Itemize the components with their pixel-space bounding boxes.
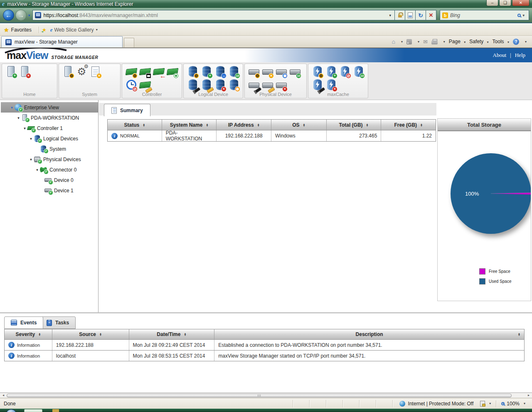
restore-configuration-button[interactable] — [152, 66, 165, 78]
help-link[interactable]: Help — [515, 52, 525, 59]
web-slice-dropdown-icon[interactable]: ▾ — [96, 28, 98, 32]
safety-menu[interactable]: Safety ▾ — [469, 39, 488, 44]
about-link[interactable]: About — [493, 52, 507, 59]
create-logical-device-button[interactable] — [200, 66, 213, 78]
tree-item-system[interactable]: ▾ PDA-WORKSTATION — [1, 113, 98, 123]
physical-device-settings-button[interactable] — [247, 66, 261, 78]
expand-logical-device-button[interactable] — [213, 66, 227, 78]
taskbar-button[interactable] — [24, 409, 42, 412]
protected-mode-dropdown-icon[interactable]: ▾ — [489, 402, 491, 405]
home-dropdown-icon[interactable]: ▾ — [401, 40, 403, 44]
feeds-dropdown-icon[interactable]: ▾ — [418, 40, 419, 44]
delete-maxcache-button[interactable] — [324, 79, 338, 91]
add-favorite-icon[interactable]: ★ — [42, 27, 47, 33]
scroll-left-arrow[interactable]: ◂ — [0, 393, 7, 398]
close-button[interactable]: ✕ — [512, 0, 530, 6]
feeds-icon[interactable] — [406, 39, 412, 44]
force-physical-device-offline-button[interactable] — [274, 79, 288, 91]
save-configuration-button[interactable] — [138, 66, 152, 78]
home-icon[interactable]: ⌂ — [392, 38, 395, 45]
taskbar-icon[interactable] — [52, 409, 59, 412]
tools-menu[interactable]: Tools ▾ — [493, 39, 509, 44]
secure-erase-logical-device-button[interactable] — [227, 66, 241, 78]
expander-icon[interactable]: ▾ — [9, 105, 15, 110]
horizontal-scrollbar[interactable]: ◂ ▸ — [0, 392, 532, 398]
column-header-free-gb[interactable]: Free (GB) — [381, 120, 436, 130]
browser-tab[interactable]: maxView - Storage Manager — [1, 36, 123, 47]
address-dropdown-icon[interactable]: ▾ — [388, 13, 392, 17]
locate-logical-device-button[interactable] — [186, 79, 200, 91]
system-settings-button[interactable] — [61, 66, 75, 78]
tree-item-device-1[interactable]: Device 1 — [1, 185, 98, 196]
zoom-level[interactable]: 100% — [507, 401, 520, 407]
delete-logical-device-button[interactable] — [213, 79, 227, 91]
column-header-total-gb[interactable]: Total (GB) — [327, 120, 382, 130]
initialize-physical-device-button[interactable] — [261, 66, 274, 78]
recent-pages-dropdown[interactable]: ▾ — [28, 13, 30, 17]
tab-events[interactable]: Events — [4, 316, 43, 329]
logical-device-settings-button[interactable] — [186, 66, 200, 78]
secure-erase-maxcache-button[interactable] — [352, 66, 365, 78]
column-header-severity[interactable]: Severity — [5, 329, 52, 339]
create-maxcache-device-button[interactable] — [324, 66, 338, 78]
column-header-status[interactable]: Status — [108, 120, 162, 130]
maxcache-settings-button[interactable] — [310, 66, 324, 78]
forward-button[interactable]: → — [15, 10, 27, 21]
web-slice-gallery-button[interactable]: Web Slice Gallery — [54, 27, 94, 33]
tree-item-system-volume[interactable]: System — [1, 144, 98, 154]
column-header-description[interactable]: Description — [214, 329, 524, 339]
clear-logs-button[interactable] — [89, 66, 102, 78]
zoom-icon[interactable] — [501, 402, 505, 405]
tab-tasks[interactable]: Tasks — [40, 316, 76, 329]
expander-icon[interactable]: ▾ — [28, 137, 34, 141]
mail-icon[interactable]: ✉ — [423, 39, 428, 45]
column-header-ip-address[interactable]: IP Address — [217, 120, 271, 130]
expander-icon[interactable]: ▾ — [28, 157, 34, 162]
silence-alarm-button[interactable] — [124, 79, 138, 91]
help-icon[interactable]: ? — [513, 39, 519, 45]
secure-erase-physical-device-button[interactable] — [288, 66, 302, 78]
search-dropdown-icon[interactable]: ▾ — [522, 13, 525, 17]
agent-settings-button[interactable] — [75, 66, 89, 78]
tree-item-device-0[interactable]: Device 0 — [1, 175, 98, 185]
back-button[interactable]: ← — [3, 10, 14, 21]
protected-mode-icon[interactable] — [480, 401, 485, 407]
delete-system-button[interactable] — [18, 66, 32, 78]
erase-physical-device-button[interactable] — [261, 79, 274, 91]
search-icon[interactable] — [517, 14, 521, 17]
tree-item-connector[interactable]: ▾ Connector 0 — [1, 164, 98, 175]
print-icon[interactable] — [431, 40, 438, 44]
erase-logical-device-button[interactable] — [200, 79, 213, 91]
favorites-button[interactable]: Favorites — [11, 27, 32, 33]
erase-configuration-button[interactable] — [138, 79, 152, 91]
column-header-system-name[interactable]: System Name — [162, 120, 217, 130]
disable-maxcache-button[interactable] — [338, 66, 352, 78]
new-tab-stub[interactable] — [124, 38, 134, 47]
security-lock-button[interactable] — [395, 10, 405, 20]
refresh-button[interactable]: ↻ — [416, 10, 426, 20]
search-input[interactable] — [448, 12, 517, 18]
summary-table-row[interactable]: NORMAL PDA-WORKSTATION 192.168.222.188 W… — [107, 130, 436, 142]
zoom-dropdown-icon[interactable]: ▾ — [524, 402, 525, 405]
tree-item-enterprise-view[interactable]: ▾ Enterprise View — [1, 102, 98, 113]
column-header-source[interactable]: Source — [52, 329, 129, 339]
security-zone[interactable]: Internet | Protected Mode: Off — [392, 400, 480, 407]
start-button[interactable] — [6, 409, 17, 412]
tree-item-controller[interactable]: ▾ Controller 1 — [1, 123, 98, 133]
expander-icon[interactable]: ▾ — [34, 168, 40, 172]
column-header-datetime[interactable]: Date/Time — [129, 329, 215, 339]
locate-maxcache-button[interactable] — [310, 79, 324, 91]
expander-icon[interactable]: ▾ — [16, 116, 21, 120]
page-menu[interactable]: Page ▾ — [449, 39, 466, 44]
scroll-right-arrow[interactable]: ▸ — [525, 393, 532, 398]
tree-item-physical-devices[interactable]: ▾ Physical Devices — [1, 154, 98, 164]
event-row[interactable]: Information 192.168.222.188 Mon Jul 28 0… — [4, 340, 525, 351]
locate-physical-device-button[interactable] — [247, 79, 261, 91]
restore-button[interactable]: ❏ — [499, 0, 511, 6]
stop-button[interactable]: ✕ — [426, 10, 436, 20]
column-header-os[interactable]: OS — [271, 120, 327, 130]
tree-item-logical-devices[interactable]: ▾ Logical Devices — [1, 133, 98, 144]
physical-device-power-button[interactable] — [274, 66, 288, 78]
search-box[interactable]: b ▾ — [440, 10, 529, 20]
controller-settings-button[interactable] — [124, 66, 138, 78]
